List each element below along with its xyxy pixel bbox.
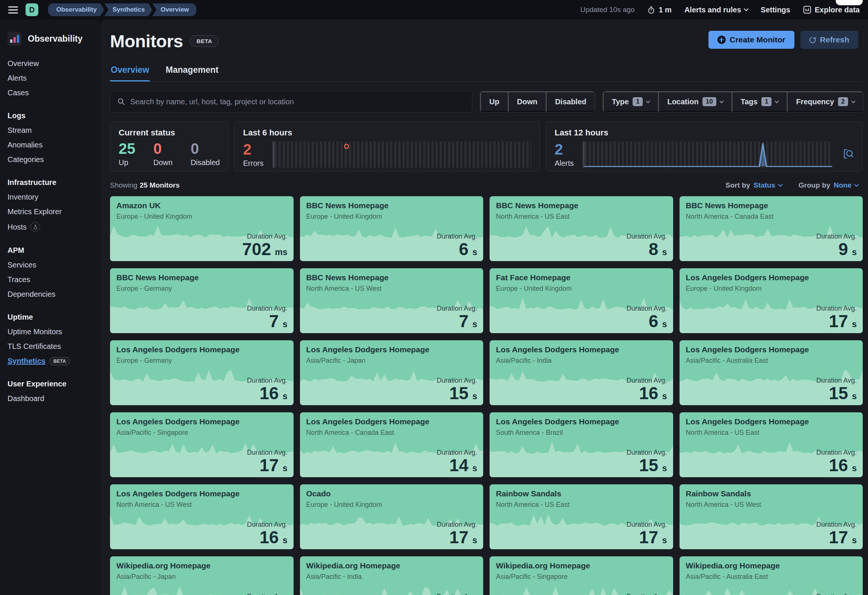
sidebar-item-alerts[interactable]: Alerts: [8, 71, 93, 86]
monitor-card-bbc-news-homepage-2[interactable]: BBC News Homepage North America - US Eas…: [490, 196, 673, 261]
duration-avg-value: 702 ms: [242, 240, 287, 258]
refresh-button[interactable]: Refresh: [800, 31, 858, 49]
monitor-card-fat-face-homepage-6[interactable]: Fat Face Homepage Europe - United Kingdo…: [490, 268, 673, 333]
monitor-card-rainbow-sandals-18[interactable]: Rainbow Sandals North America - US East …: [490, 484, 673, 549]
monitor-card-ocado-17[interactable]: Ocado Europe - United Kingdom Duration A…: [300, 484, 484, 549]
plus-icon: [717, 36, 726, 44]
sidebar-item-tls-certificates[interactable]: TLS Certificates: [8, 339, 93, 354]
sidebar-item-label: Services: [8, 261, 36, 269]
sidebar-item-dependencies[interactable]: Dependencies: [8, 287, 93, 302]
sidebar-item-label: Traces: [8, 275, 30, 284]
sidebar-item-label: Synthetics: [8, 357, 45, 365]
sidebar-item-synthetics[interactable]: Synthetics BETA: [8, 354, 93, 368]
monitor-name: Los Angeles Dodgers Homepage: [686, 345, 857, 354]
settings-link[interactable]: Settings: [761, 6, 790, 14]
monitor-location: Asia/Pacific - India: [496, 357, 667, 365]
monitor-name: Ocado: [306, 489, 477, 498]
sort-by-select[interactable]: Sort by Status: [726, 181, 782, 189]
breadcrumb-synthetics[interactable]: Synthetics: [104, 3, 152, 16]
duration-avg-value: 15 s: [816, 385, 857, 402]
sidebar-item-stream[interactable]: Stream: [8, 123, 93, 138]
sidebar-app-header[interactable]: Observability: [8, 29, 93, 50]
duration-avg-value: 16 s: [816, 457, 857, 474]
monitor-location: North America - US East: [496, 501, 667, 509]
breadcrumb-overview[interactable]: Overview: [152, 3, 197, 16]
sidebar-item-metrics-explorer[interactable]: Metrics Explorer: [8, 204, 93, 219]
monitor-card-bbc-news-homepage-3[interactable]: BBC News Homepage North America - Canada…: [680, 196, 863, 261]
duration-avg-value: 17 s: [816, 529, 857, 546]
sidebar-item-uptime-monitors[interactable]: Uptime Monitors: [8, 325, 93, 339]
monitor-card-los-angeles-dodgers-homepage-14[interactable]: Los Angeles Dodgers Homepage South Ameri…: [490, 412, 673, 477]
monitor-location: Asia/Pacific - Singapore: [496, 573, 667, 581]
filter-down-button[interactable]: Down: [508, 92, 546, 112]
filter-frequency-dropdown[interactable]: Frequency2: [787, 92, 863, 112]
monitor-name: Los Angeles Dodgers Homepage: [116, 345, 287, 354]
deployment-logo[interactable]: D: [26, 3, 38, 16]
filter-location-dropdown[interactable]: Location10: [658, 92, 731, 112]
sidebar-item-dashboard[interactable]: Dashboard: [8, 391, 93, 406]
monitor-card-los-angeles-dodgers-homepage-13[interactable]: Los Angeles Dodgers Homepage North Ameri…: [300, 412, 484, 477]
monitor-card-los-angeles-dodgers-homepage-11[interactable]: Los Angeles Dodgers Homepage Asia/Pacifi…: [680, 340, 863, 405]
monitor-card-bbc-news-homepage-1[interactable]: BBC News Homepage Europe - United Kingdo…: [300, 196, 484, 261]
tab-management[interactable]: Management: [165, 61, 219, 81]
monitor-card-los-angeles-dodgers-homepage-16[interactable]: Los Angeles Dodgers Homepage North Ameri…: [110, 484, 294, 549]
duration-avg-label: Duration Avg.: [816, 593, 857, 595]
sidebar-item-inventory[interactable]: Inventory: [8, 190, 93, 204]
monitor-card-amazon-uk-0[interactable]: Amazon UK Europe - United Kingdom Durati…: [110, 196, 294, 261]
results-bar: Showing25 Monitors Sort by Status Group …: [110, 181, 863, 189]
monitor-card-los-angeles-dodgers-homepage-7[interactable]: Los Angeles Dodgers Homepage Europe - Un…: [680, 268, 863, 333]
monitor-card-wikipedia-org-homepage-22[interactable]: Wikipedia.org Homepage Asia/Pacific - Si…: [490, 556, 673, 595]
filter-disabled-button[interactable]: Disabled: [546, 92, 594, 112]
monitor-card-los-angeles-dodgers-homepage-12[interactable]: Los Angeles Dodgers Homepage Asia/Pacifi…: [110, 412, 294, 477]
sidebar-item-label: Inventory: [8, 193, 38, 201]
duration-avg-label: Duration Avg.: [437, 233, 477, 240]
sidebar-item-overview[interactable]: Overview: [8, 56, 93, 71]
sidebar-item-cases[interactable]: Cases: [8, 86, 93, 100]
sidebar-item-hosts[interactable]: Hosts: [8, 219, 93, 235]
monitor-card-los-angeles-dodgers-homepage-9[interactable]: Los Angeles Dodgers Homepage Asia/Pacifi…: [300, 340, 484, 405]
filter-tags-dropdown[interactable]: Tags1: [732, 92, 787, 112]
sidebar-item-categories[interactable]: Categories: [8, 152, 93, 167]
monitor-card-rainbow-sandals-19[interactable]: Rainbow Sandals North America - US West …: [680, 484, 863, 549]
monitor-card-wikipedia-org-homepage-20[interactable]: Wikipedia.org Homepage Asia/Pacific - Ja…: [110, 556, 294, 595]
tab-overview[interactable]: Overview: [110, 61, 150, 81]
monitor-card-wikipedia-org-homepage-21[interactable]: Wikipedia.org Homepage Asia/Pacific - In…: [300, 556, 484, 595]
sidebar-item-traces[interactable]: Traces: [8, 272, 93, 287]
monitor-name: BBC News Homepage: [306, 201, 477, 210]
current-status-panel: Current status 25Up0Down0Disabled: [110, 122, 228, 171]
search-input[interactable]: [130, 98, 465, 106]
filter-up-button[interactable]: Up: [480, 92, 508, 112]
sidebar-item-label: Cases: [8, 89, 29, 97]
sidebar-item-anomalies[interactable]: Anomalies: [8, 138, 93, 152]
monitor-card-bbc-news-homepage-4[interactable]: BBC News Homepage Europe - Germany Durat…: [110, 268, 294, 333]
monitor-card-los-angeles-dodgers-homepage-15[interactable]: Los Angeles Dodgers Homepage North Ameri…: [680, 412, 863, 477]
summary-row: Current status 25Up0Down0Disabled Last 6…: [110, 122, 863, 171]
sidebar-item-services[interactable]: Services: [8, 258, 93, 272]
duration-avg-label: Duration Avg.: [627, 305, 667, 313]
breadcrumb-observability[interactable]: Observability: [48, 3, 104, 16]
duration-avg-value: 15 s: [627, 457, 667, 474]
group-by-select[interactable]: Group by None: [799, 181, 858, 189]
monitor-card-bbc-news-homepage-5[interactable]: BBC News Homepage North America - US Wes…: [300, 268, 484, 333]
monitor-location: North America - US East: [686, 429, 857, 437]
sidebar-item-label: TLS Certificates: [8, 342, 61, 351]
observability-app-icon: [8, 32, 22, 46]
monitor-card-los-angeles-dodgers-homepage-10[interactable]: Los Angeles Dodgers Homepage Asia/Pacifi…: [490, 340, 673, 405]
monitor-name: BBC News Homepage: [496, 201, 667, 210]
monitor-card-los-angeles-dodgers-homepage-8[interactable]: Los Angeles Dodgers Homepage Europe - Ge…: [110, 340, 294, 405]
monitor-card-wikipedia-org-homepage-23[interactable]: Wikipedia.org Homepage Asia/Pacific - Au…: [680, 556, 863, 595]
filter-count-badge: 1: [761, 97, 772, 106]
create-monitor-button[interactable]: Create Monitor: [708, 31, 794, 49]
explore-data-link[interactable]: Explore data: [803, 6, 860, 14]
monitor-name: BBC News Homepage: [306, 273, 477, 282]
alerts-and-rules-menu[interactable]: Alerts and rules: [684, 6, 748, 14]
inspect-chart-button[interactable]: [843, 148, 854, 161]
monitor-location: North America - Canada East: [306, 429, 477, 437]
search-box: [110, 91, 472, 113]
last-12-hours-panel: Last 12 hours 2 Alerts: [546, 122, 863, 171]
beta-badge: BETA: [49, 357, 70, 365]
filter-type-dropdown[interactable]: Type1: [603, 92, 659, 112]
refresh-interval-button[interactable]: 1 m: [647, 6, 671, 14]
menu-icon[interactable]: [8, 6, 18, 14]
top-bar: D ObservabilitySyntheticsOverview Update…: [0, 0, 868, 20]
